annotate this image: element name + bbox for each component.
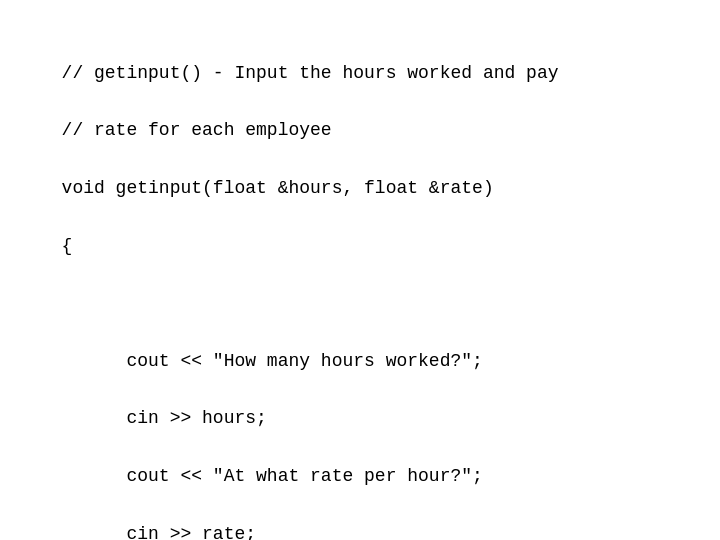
code-line-7: cin >> hours;: [62, 408, 267, 428]
code-line-3: void getinput(float &hours, float &rate): [62, 178, 494, 198]
code-display: // getinput() - Input the hours worked a…: [40, 30, 559, 540]
code-line-1: // getinput() - Input the hours worked a…: [62, 63, 559, 83]
code-line-9: cin >> rate;: [62, 524, 256, 540]
code-line-2: // rate for each employee: [62, 120, 332, 140]
code-line-4: {: [62, 236, 73, 256]
code-line-6: cout << "How many hours worked?";: [62, 351, 483, 371]
code-line-8: cout << "At what rate per hour?";: [62, 466, 483, 486]
